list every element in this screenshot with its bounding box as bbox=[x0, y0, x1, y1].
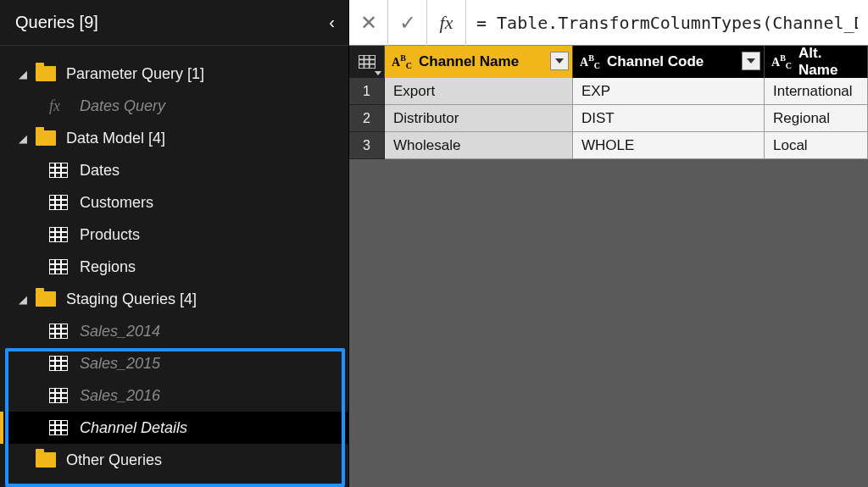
grid-header: ABC Channel Name ABC Channel Code ABC Al… bbox=[349, 46, 868, 78]
collapse-sidebar-icon[interactable]: ‹ bbox=[329, 13, 335, 32]
table-icon bbox=[49, 420, 68, 435]
query-label: Channel Details bbox=[80, 419, 187, 437]
folder-parameter-query[interactable]: ◢ Parameter Query [1] bbox=[0, 58, 348, 90]
column-label: Alt. Name bbox=[798, 45, 860, 79]
cell-channel-name[interactable]: Export bbox=[385, 78, 573, 105]
table-row[interactable]: 3 Wholesale WHOLE Local bbox=[349, 132, 868, 159]
query-label: Sales_2014 bbox=[80, 323, 160, 340]
table-row[interactable]: 2 Distributor DIST Regional bbox=[349, 105, 868, 132]
type-text-icon: ABC bbox=[580, 53, 600, 70]
cell-alt-name[interactable]: International bbox=[765, 78, 868, 105]
commit-formula-button[interactable]: ✓ bbox=[388, 0, 427, 46]
queries-sidebar: Queries [9] ‹ ◢ Parameter Query [1] fx D… bbox=[0, 0, 349, 487]
query-sales-2015[interactable]: Sales_2015 bbox=[0, 347, 348, 379]
query-dates[interactable]: Dates bbox=[0, 154, 348, 186]
folder-icon bbox=[36, 130, 56, 146]
formula-bar: ✕ ✓ fx bbox=[349, 0, 868, 46]
query-products[interactable]: Products bbox=[0, 219, 348, 251]
type-text-icon: ABC bbox=[392, 53, 412, 70]
table-row[interactable]: 1 Export EXP International bbox=[349, 78, 868, 105]
table-icon bbox=[49, 259, 68, 274]
cell-channel-code[interactable]: DIST bbox=[573, 105, 765, 132]
query-label: Dates Query bbox=[80, 97, 165, 115]
data-grid: ABC Channel Name ABC Channel Code ABC Al… bbox=[349, 46, 868, 159]
table-icon bbox=[49, 324, 68, 339]
query-channel-details[interactable]: Channel Details bbox=[0, 412, 348, 444]
svg-rect-5 bbox=[49, 195, 68, 210]
query-label: Sales_2015 bbox=[80, 355, 160, 373]
fx-icon: fx bbox=[49, 97, 70, 115]
chevron-down-icon: ◢ bbox=[19, 293, 31, 306]
query-label: Customers bbox=[80, 194, 153, 212]
cell-alt-name[interactable]: Local bbox=[765, 132, 868, 159]
row-number: 2 bbox=[349, 105, 385, 132]
svg-rect-25 bbox=[49, 356, 68, 371]
chevron-down-icon: ◢ bbox=[19, 132, 31, 145]
queries-tree: ◢ Parameter Query [1] fx Dates Query ◢ D… bbox=[0, 46, 348, 476]
query-dates-query[interactable]: fx Dates Query bbox=[0, 90, 348, 122]
query-regions[interactable]: Regions bbox=[0, 251, 348, 283]
table-menu-button[interactable] bbox=[349, 46, 385, 78]
table-icon bbox=[49, 227, 68, 242]
formula-input[interactable] bbox=[466, 0, 868, 45]
fx-icon[interactable]: fx bbox=[427, 0, 466, 46]
column-header-channel-name[interactable]: ABC Channel Name bbox=[385, 46, 573, 78]
chevron-down-icon: ◢ bbox=[19, 68, 31, 80]
column-filter-button[interactable] bbox=[550, 52, 569, 70]
cell-alt-name[interactable]: Regional bbox=[765, 105, 868, 132]
query-customers[interactable]: Customers bbox=[0, 186, 348, 219]
table-icon bbox=[49, 195, 68, 210]
svg-rect-10 bbox=[49, 227, 68, 242]
svg-rect-20 bbox=[49, 324, 68, 339]
type-text-icon: ABC bbox=[771, 53, 792, 70]
query-label: Products bbox=[80, 226, 140, 244]
cell-channel-code[interactable]: EXP bbox=[573, 78, 765, 105]
column-label: Channel Name bbox=[419, 53, 519, 70]
folder-label: Parameter Query [1] bbox=[66, 65, 204, 83]
folder-label: Staging Queries [4] bbox=[66, 291, 197, 308]
svg-rect-35 bbox=[49, 420, 68, 435]
main-panel: ✕ ✓ fx ABC Channel Name ABC Channel Code… bbox=[349, 0, 868, 487]
sidebar-title: Queries [9] bbox=[15, 13, 98, 32]
cell-channel-name[interactable]: Wholesale bbox=[385, 132, 573, 159]
svg-rect-30 bbox=[49, 388, 68, 403]
query-sales-2014[interactable]: Sales_2014 bbox=[0, 315, 348, 347]
folder-label: Other Queries bbox=[66, 451, 162, 469]
column-label: Channel Code bbox=[607, 53, 704, 70]
folder-icon bbox=[36, 452, 56, 468]
cell-channel-name[interactable]: Distributor bbox=[385, 105, 573, 132]
query-sales-2016[interactable]: Sales_2016 bbox=[0, 379, 348, 412]
folder-label: Data Model [4] bbox=[66, 130, 165, 147]
grid-body: 1 Export EXP International 2 Distributor… bbox=[349, 78, 868, 159]
sidebar-header: Queries [9] ‹ bbox=[0, 0, 348, 46]
row-number: 1 bbox=[349, 78, 385, 105]
column-header-channel-code[interactable]: ABC Channel Code bbox=[573, 46, 765, 78]
column-header-alt-name[interactable]: ABC Alt. Name bbox=[765, 46, 868, 78]
folder-staging-queries[interactable]: ◢ Staging Queries [4] bbox=[0, 283, 348, 315]
table-icon bbox=[49, 356, 68, 371]
cell-channel-code[interactable]: WHOLE bbox=[573, 132, 765, 159]
folder-other-queries[interactable]: ◢ Other Queries bbox=[0, 444, 348, 476]
folder-icon bbox=[36, 66, 56, 81]
table-icon bbox=[49, 388, 68, 403]
cancel-formula-button[interactable]: ✕ bbox=[349, 0, 388, 46]
query-label: Dates bbox=[80, 162, 120, 180]
row-number: 3 bbox=[349, 132, 385, 159]
folder-icon bbox=[36, 291, 56, 307]
folder-data-model[interactable]: ◢ Data Model [4] bbox=[0, 122, 348, 154]
svg-rect-40 bbox=[359, 55, 376, 69]
svg-rect-15 bbox=[49, 259, 68, 274]
column-filter-button[interactable] bbox=[742, 52, 760, 70]
query-label: Regions bbox=[80, 258, 136, 276]
query-label: Sales_2016 bbox=[80, 387, 160, 405]
table-icon bbox=[49, 163, 68, 178]
svg-rect-0 bbox=[49, 163, 68, 178]
